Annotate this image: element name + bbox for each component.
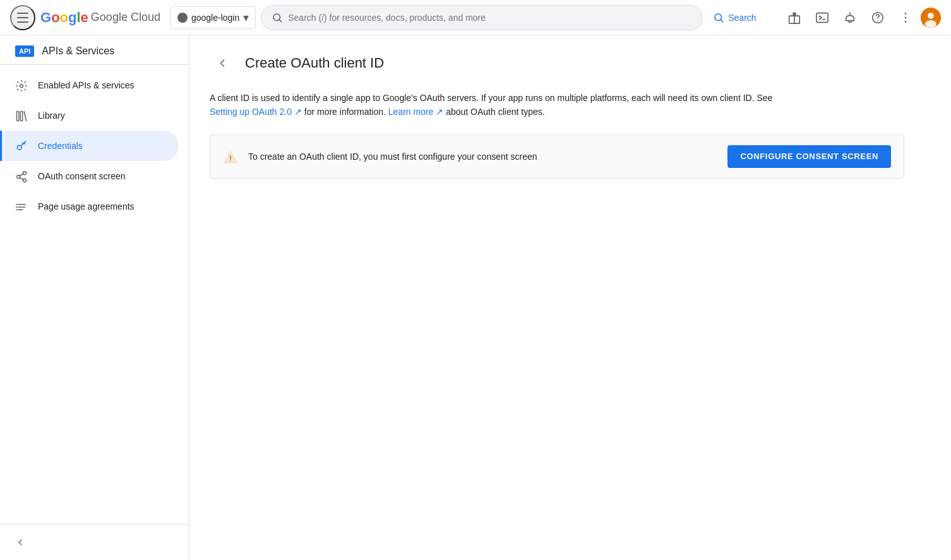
svg-point-13 — [905, 16, 907, 18]
svg-point-18 — [20, 85, 23, 88]
terminal-button[interactable] — [810, 5, 835, 30]
sidebar-item-enabled-apis[interactable]: Enabled APIs & services — [0, 70, 179, 100]
description-text-part1: A client ID is used to identify a single… — [210, 93, 772, 103]
topbar: Google Google Cloud google-login ▾ Searc… — [0, 0, 951, 35]
description-text: A client ID is used to identify a single… — [210, 91, 778, 119]
google-g-icon: Google — [40, 9, 88, 26]
sidebar-item-credentials[interactable]: Credentials — [0, 131, 179, 161]
search-bar[interactable] — [261, 5, 703, 30]
gift-button[interactable] — [782, 5, 807, 30]
svg-point-31 — [16, 206, 17, 208]
link1-text: Setting up OAuth 2.0 — [210, 107, 292, 117]
sidebar-item-library-label: Library — [38, 110, 65, 121]
svg-point-14 — [905, 21, 907, 23]
search-button-label: Search — [728, 13, 756, 23]
back-button[interactable] — [210, 51, 235, 76]
svg-point-34 — [230, 160, 231, 162]
description-text-part3: about OAuth client types. — [443, 107, 544, 117]
svg-point-32 — [16, 209, 17, 210]
sidebar-item-oauth-consent-label: OAuth consent screen — [38, 171, 126, 181]
svg-point-21 — [17, 146, 21, 150]
alert-text: To create an OAuth client ID, you must f… — [248, 152, 717, 162]
svg-point-11 — [877, 20, 878, 20]
svg-rect-20 — [20, 112, 22, 121]
cloud-text: Google Cloud — [91, 11, 160, 24]
main-layout: API APIs & Services Enabled APIs & servi… — [0, 35, 951, 560]
warning-icon — [223, 148, 238, 165]
main-content: Create OAuth client ID A client ID is us… — [189, 35, 951, 560]
link2-text: Learn more — [388, 107, 434, 117]
project-selector[interactable]: google-login ▾ — [170, 6, 256, 29]
hamburger-menu[interactable] — [10, 5, 35, 30]
help-button[interactable] — [865, 5, 890, 30]
svg-line-25 — [20, 177, 23, 179]
svg-line-1 — [280, 20, 282, 21]
sidebar-item-enabled-apis-label: Enabled APIs & services — [38, 80, 135, 90]
learn-more-link[interactable]: Learn more ↗ — [388, 107, 443, 117]
sidebar-footer — [0, 524, 189, 560]
share-icon — [15, 169, 28, 184]
sidebar-header: API APIs & Services — [0, 35, 189, 65]
sidebar-item-credentials-label: Credentials — [38, 141, 83, 151]
hamburger-icon — [17, 13, 28, 23]
page-header: Create OAuth client ID — [210, 51, 931, 76]
api-badge: API — [15, 45, 34, 57]
settings-icon — [15, 78, 28, 93]
sidebar-title: APIs & Services — [42, 45, 114, 57]
topbar-actions — [782, 5, 941, 30]
sidebar-item-page-usage[interactable]: Page usage agreements — [0, 191, 179, 222]
svg-point-24 — [23, 179, 27, 182]
sidebar: API APIs & Services Enabled APIs & servi… — [0, 35, 189, 560]
svg-line-26 — [20, 174, 23, 176]
sidebar-item-oauth-consent[interactable]: OAuth consent screen — [0, 161, 179, 191]
more-options-button[interactable] — [893, 5, 918, 30]
svg-point-17 — [925, 20, 936, 28]
sidebar-item-library[interactable]: Library — [0, 100, 179, 131]
list-icon — [15, 200, 28, 214]
key-icon — [15, 139, 28, 153]
search-icon — [272, 12, 283, 23]
svg-point-12 — [905, 13, 907, 15]
project-avatar-icon — [177, 13, 188, 23]
svg-rect-7 — [816, 13, 828, 22]
search-button[interactable]: Search — [708, 12, 761, 23]
sidebar-nav: Enabled APIs & services Library — [0, 65, 189, 524]
svg-line-3 — [721, 20, 723, 21]
search-input[interactable] — [288, 13, 692, 23]
svg-rect-19 — [17, 112, 19, 121]
configure-consent-screen-button[interactable]: CONFIGURE CONSENT SCREEN — [727, 145, 891, 168]
svg-point-22 — [23, 172, 27, 175]
google-cloud-logo[interactable]: Google Google Cloud — [40, 9, 160, 26]
page-title: Create OAuth client ID — [245, 55, 384, 71]
project-name: google-login — [191, 13, 239, 23]
svg-point-30 — [16, 204, 17, 205]
setting-up-oauth-link[interactable]: Setting up OAuth 2.0 ↗ — [210, 107, 302, 117]
svg-point-16 — [928, 13, 934, 19]
alert-banner: To create an OAuth client ID, you must f… — [210, 134, 904, 179]
notifications-button[interactable] — [837, 5, 863, 30]
svg-point-23 — [17, 176, 20, 179]
description-text-part2: for more information. — [302, 107, 388, 117]
user-avatar[interactable] — [921, 8, 941, 28]
sidebar-item-page-usage-label: Page usage agreements — [38, 201, 135, 211]
chevron-down-icon: ▾ — [243, 11, 249, 25]
collapse-sidebar-button[interactable] — [10, 532, 179, 552]
library-icon — [15, 109, 28, 123]
